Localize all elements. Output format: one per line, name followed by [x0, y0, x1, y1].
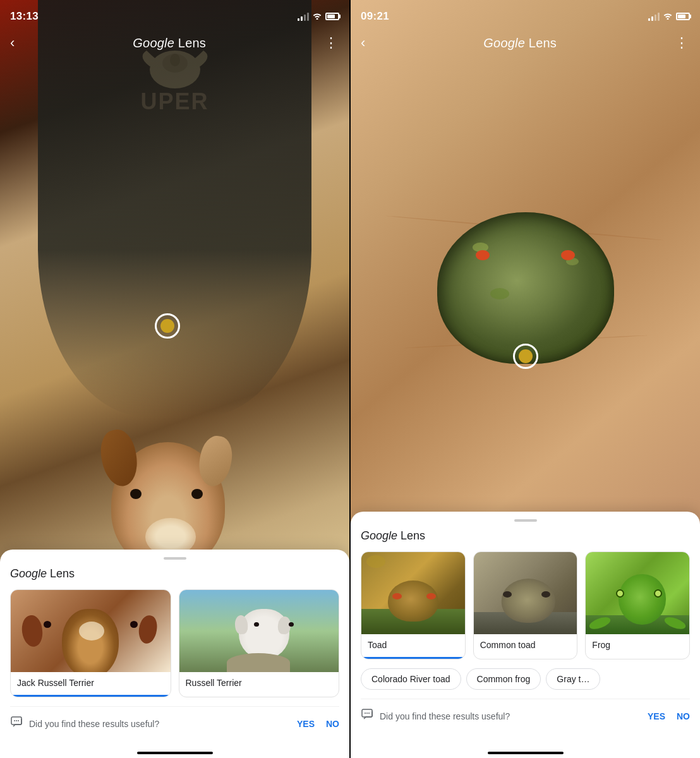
left-feedback-text: Did you find these results useful? [29, 719, 286, 729]
left-sheet-handle [164, 557, 186, 560]
right-result-card-0[interactable]: Toad [361, 551, 466, 659]
left-yes-button[interactable]: YES [297, 719, 315, 729]
left-feedback-bar: Did you find these results useful? YES N… [10, 706, 339, 742]
right-bottom-sheet: Google Lens Toad [351, 512, 700, 758]
left-nav-bar: ‹ Google Lens ⋮ [0, 28, 349, 58]
left-nav-title: Google Lens [133, 36, 206, 51]
svg-point-9 [366, 713, 368, 714]
right-more-button[interactable]: ⋮ [675, 36, 690, 50]
left-focus-dot [155, 313, 180, 339]
right-nav-bar: ‹ Google Lens ⋮ [351, 28, 700, 58]
right-status-icons [648, 12, 690, 21]
left-time: 13:13 [10, 10, 39, 23]
svg-point-6 [18, 720, 19, 721]
left-sheet-title: Google Lens [10, 567, 339, 581]
left-result-label-0: Jack Russell Terrier [11, 672, 171, 697]
right-feedback-icon [361, 708, 373, 724]
left-sheet-google: Google [10, 567, 47, 580]
right-battery-icon [676, 13, 690, 20]
left-battery-icon [325, 13, 339, 20]
left-results-grid: Jack Russell Terrier Russell Terrier [10, 589, 339, 697]
right-signal-icon [648, 12, 660, 21]
left-home-indicator [137, 752, 213, 754]
left-result-card-0[interactable]: Jack Russell Terrier [10, 589, 171, 697]
right-chip-2[interactable]: Gray t… [546, 668, 600, 690]
right-result-label-2: Frog [586, 634, 689, 657]
left-wifi-icon [312, 12, 322, 21]
right-yes-button[interactable]: YES [648, 711, 665, 721]
left-signal-icon [298, 12, 309, 21]
right-result-card-1[interactable]: Common toad [473, 551, 578, 659]
right-chip-0[interactable]: Colorado River toad [361, 668, 461, 690]
svg-point-8 [365, 713, 366, 714]
left-bottom-sheet: Google Lens Jack Russell Terrier [0, 550, 349, 758]
right-chip-1[interactable]: Common frog [466, 668, 541, 690]
right-result-card-2[interactable]: Frog [585, 551, 690, 659]
right-time: 09:21 [361, 10, 389, 23]
right-nav-google: Google [483, 36, 525, 50]
right-sheet-google: Google [361, 529, 397, 542]
right-sheet-handle [514, 519, 537, 522]
right-sheet-title: Google Lens [361, 529, 690, 543]
left-result-card-1[interactable]: Russell Terrier [179, 589, 340, 697]
left-more-button[interactable]: ⋮ [324, 36, 339, 50]
right-focus-dot [513, 344, 538, 369]
svg-point-10 [368, 713, 370, 714]
left-status-bar: 13:13 [0, 0, 349, 28]
right-no-button[interactable]: NO [677, 711, 690, 721]
left-no-button[interactable]: NO [326, 719, 339, 729]
right-feedback-bar: Did you find these results useful? YES N… [361, 699, 690, 734]
right-focus-dot-inner [519, 349, 533, 363]
right-results-grid: Toad Common toad [361, 551, 690, 659]
right-nav-lens: Lens [529, 36, 557, 50]
right-chip-bar: Colorado River toad Common frog Gray t… [361, 668, 690, 690]
svg-point-5 [16, 720, 17, 721]
left-back-button[interactable]: ‹ [10, 35, 15, 51]
left-feedback-icon [10, 716, 23, 731]
left-sheet-lens: Lens [50, 567, 75, 580]
right-status-bar: 09:21 [351, 0, 700, 28]
left-status-icons [298, 12, 339, 21]
left-nav-lens: Lens [178, 36, 206, 50]
right-result-label-0: Toad [361, 634, 465, 659]
left-result-label-1: Russell Terrier [179, 672, 339, 695]
left-focus-dot-inner [160, 319, 174, 333]
right-phone: 09:21 ‹ Google [351, 0, 700, 758]
right-nav-title: Google Lens [483, 36, 557, 51]
svg-point-4 [14, 720, 15, 721]
left-nav-google: Google [133, 36, 174, 50]
right-wifi-icon [663, 12, 673, 21]
right-sheet-lens: Lens [401, 529, 425, 542]
right-feedback-text: Did you find these results useful? [380, 711, 636, 721]
left-phone: UPER 13:13 [0, 0, 349, 758]
right-back-button[interactable]: ‹ [361, 35, 365, 51]
right-home-indicator [488, 752, 564, 754]
right-result-label-1: Common toad [474, 634, 577, 657]
